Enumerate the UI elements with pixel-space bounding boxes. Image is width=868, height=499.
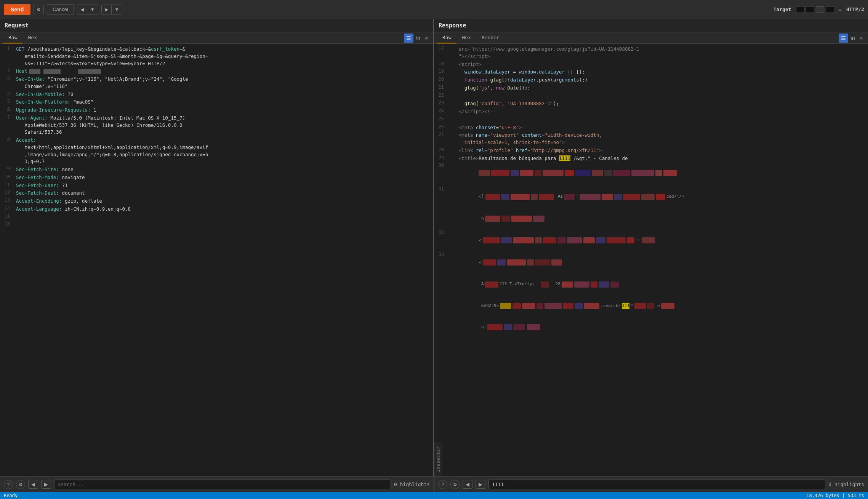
edit-icon[interactable]: ✏: [839, 6, 842, 13]
resp-line-num-21: 21: [434, 84, 448, 90]
line-content-12: Sec-Fetch-Dest: document: [14, 189, 433, 197]
request-menu-icon[interactable]: ≡: [423, 34, 430, 43]
bottom-bar: ? ⚙ ◀ ▶ 0 highlights ? ⚙ ◀ ▶ 0 highlight…: [0, 476, 868, 492]
response-newline-icon[interactable]: \n: [848, 34, 857, 43]
line-num-8: 8: [0, 136, 14, 142]
request-panel: Request Raw Hex ☰ \n ≡ 1 GET /southasian…: [0, 19, 434, 476]
response-line-26: 26 <meta charset="UTF-8">: [434, 124, 868, 132]
line-num-11: 11: [0, 182, 14, 187]
line-content-8: Accept: text/html,application/xhtml+xml,…: [14, 136, 433, 166]
response-line-32: 32 < ~~: [434, 229, 868, 251]
response-search-next-button[interactable]: ▶: [476, 480, 485, 489]
request-line-13: 13 Accept-Encoding: gzip, deflate: [0, 197, 433, 205]
response-code-area[interactable]: 17 src="https://www.googletagmanager.com…: [434, 44, 868, 442]
line-num-9: 9: [0, 166, 14, 171]
tab-request-hex[interactable]: Hex: [22, 32, 42, 43]
line-num-15: 15: [0, 213, 14, 219]
request-panel-header: Request: [0, 19, 433, 32]
resp-line-content-22: [448, 92, 868, 100]
response-line-31: 31 <l As T: [434, 186, 868, 230]
request-line-11: 11 Sec-Fetch-User: ?1: [0, 182, 433, 190]
line-content-13: Accept-Encoding: gzip, deflate: [14, 197, 433, 205]
response-line-30: 30: [434, 162, 868, 186]
response-search-input[interactable]: [488, 480, 825, 489]
line-num-13: 13: [0, 197, 14, 203]
bottom-bar-left: ? ⚙ ◀ ▶ 0 highlights: [0, 477, 434, 492]
resp-line-num-18: 18: [434, 61, 448, 66]
resp-line-content-18: <script>: [448, 61, 868, 69]
line-num-7: 7: [0, 114, 14, 120]
request-list-view-icon[interactable]: ☰: [404, 34, 413, 43]
resp-line-num-19: 19: [434, 68, 448, 74]
resp-line-num-32: 32: [434, 229, 448, 235]
response-search-prev-button[interactable]: ◀: [463, 480, 472, 489]
request-settings-button[interactable]: ⚙: [16, 480, 25, 489]
inspector-tab[interactable]: Inspector: [434, 442, 442, 476]
tab-request-raw[interactable]: Raw: [3, 32, 22, 43]
response-line-22: 22: [434, 92, 868, 100]
settings-icon-button[interactable]: ⚙: [34, 5, 44, 14]
line-num-4: 4: [0, 91, 14, 96]
resp-line-content-32: < ~~: [448, 229, 868, 251]
request-highlights-count: 0 highlights: [394, 481, 430, 487]
request-newline-icon[interactable]: \n: [413, 34, 423, 43]
request-line-9: 9 Sec-Fetch-Site: none: [0, 166, 433, 174]
response-highlights-count: 0 highlights: [828, 481, 864, 487]
send-button[interactable]: Send: [4, 4, 30, 15]
line-content-6: Upgrade-Insecure-Requests: 1: [14, 106, 433, 114]
status-bytes-info: 18,426 bytes | 533 ms: [806, 493, 864, 498]
nav-forward-button[interactable]: ▶: [102, 5, 112, 14]
resp-line-num-22: 22: [434, 92, 448, 98]
resp-line-content-23: gtag('config', 'UA-114408882-1');: [448, 100, 868, 108]
request-line-5: 5 Sec-Ch-Ua-Platform: "macOS": [0, 98, 433, 106]
resp-line-num-27: 27: [434, 131, 448, 137]
response-line-27: 27 <meta name="viewport" content="width=…: [434, 131, 868, 147]
response-menu-icon[interactable]: ≡: [857, 34, 865, 43]
line-num-12: 12: [0, 189, 14, 195]
request-search-next-button[interactable]: ▶: [41, 480, 51, 489]
request-search-prev-button[interactable]: ◀: [28, 480, 38, 489]
resp-line-content-21: gtag('js', new Date());: [448, 84, 868, 92]
target-blocks: [796, 6, 834, 13]
line-content-11: Sec-Fetch-User: ?1: [14, 182, 433, 190]
tab-response-raw[interactable]: Raw: [437, 32, 456, 43]
response-tabs: Raw Hex Render ☰ \n ≡: [434, 32, 868, 44]
nav-back-button[interactable]: ◀: [77, 5, 87, 14]
main-panels: Request Raw Hex ☰ \n ≡ 1 GET /southasian…: [0, 19, 868, 476]
resp-line-content-24: </script><!--: [448, 108, 868, 116]
request-line-12: 12 Sec-Fetch-Dest: document: [0, 189, 433, 197]
request-code-area[interactable]: 1 GET /southasian/?api_key=&begindate=&c…: [0, 44, 433, 476]
response-line-29: 29 <title>Resultados de búsqueda para 11…: [434, 155, 868, 163]
line-content-4: Sec-Ch-Ua-Mobile: ?0: [14, 91, 433, 99]
target-block-3: [816, 6, 824, 13]
line-num-2: 2: [0, 67, 14, 73]
line-content-3: Sec-Ch-Ua: "Chromium";v="116", "Not)A;Br…: [14, 75, 433, 91]
request-help-button[interactable]: ?: [4, 480, 13, 489]
request-search-input[interactable]: [54, 480, 391, 489]
inspector-label: Inspector: [436, 446, 441, 472]
response-panel-header: Response: [434, 19, 868, 32]
response-list-view-icon[interactable]: ☰: [839, 34, 848, 43]
line-content-2: Host: [14, 67, 433, 75]
line-num-3: 3: [0, 75, 14, 81]
resp-line-content-30: [448, 162, 868, 186]
resp-line-num-29: 29: [434, 155, 448, 160]
response-line-18: 18 <script>: [434, 61, 868, 69]
tab-response-render[interactable]: Render: [476, 32, 505, 43]
request-line-2: 2 Host: [0, 67, 433, 75]
cancel-button[interactable]: Cancel: [47, 4, 74, 14]
request-line-14: 14 Accept-Language: zh-CN,zh;q=0.9,en;q=…: [0, 205, 433, 213]
resp-line-num-28: 28: [434, 147, 448, 152]
tab-response-hex[interactable]: Hex: [456, 32, 476, 43]
line-num-1: 1: [0, 45, 14, 51]
line-num-5: 5: [0, 98, 14, 104]
nav-back-dropdown-button[interactable]: ▼: [87, 5, 98, 14]
response-settings-button[interactable]: ⚙: [450, 480, 460, 489]
nav-backward-group: ◀ ▼: [77, 5, 98, 14]
response-line-25: 25: [434, 116, 868, 124]
response-help-button[interactable]: ?: [438, 480, 447, 489]
bottom-bar-right: ? ⚙ ◀ ▶ 0 highlights: [434, 477, 868, 492]
toolbar: Send ⚙ Cancel ◀ ▼ ▶ ▼ Target ✏ HTTP/2: [0, 0, 868, 19]
nav-forward-dropdown-button[interactable]: ▼: [112, 5, 122, 14]
request-line-7: 7 User-Agent: Mozilla/5.0 (Macintosh; In…: [0, 114, 433, 136]
